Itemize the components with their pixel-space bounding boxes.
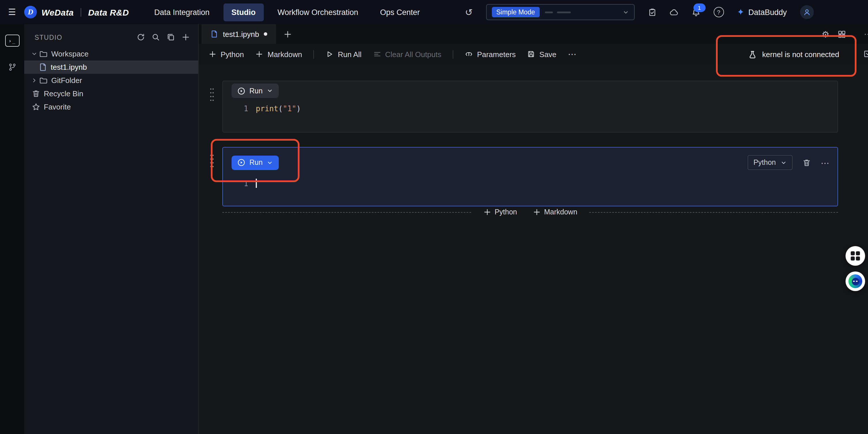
top-navigation-bar: ☰ D WeData Data R&D Data Integration Stu… [0, 0, 868, 24]
add-cell-bar: Python Markdown [222, 206, 838, 218]
sidebar-title: STUDIO [35, 34, 62, 40]
dashed-divider [590, 212, 838, 212]
code-line[interactable]: 1 [223, 179, 837, 188]
primary-nav: Data Integration Studio Workflow Orchest… [146, 0, 428, 24]
panel-toggle-icon[interactable] [863, 50, 868, 58]
chevron-right-icon[interactable] [31, 77, 37, 84]
nav-ops-center[interactable]: Ops Center [372, 3, 428, 21]
wedata-brand[interactable]: D WeData Data R&D [24, 6, 129, 19]
unsaved-dot [264, 32, 267, 36]
add-markdown-cell-button[interactable]: Markdown [529, 207, 581, 217]
kernel-status-text: kernel is not connected [762, 50, 839, 58]
refresh-icon[interactable] [136, 33, 145, 41]
chevron-down-icon[interactable] [31, 51, 37, 57]
databuddy-label: DataBuddy [748, 8, 787, 17]
hamburger-menu-icon[interactable]: ☰ [0, 7, 24, 17]
tree-item-gitfolder[interactable]: GitFolder [24, 74, 198, 87]
git-branch-icon[interactable] [8, 63, 17, 71]
cell2-language-select[interactable]: Python [748, 155, 793, 170]
copy-icon[interactable] [166, 33, 175, 41]
code-text: print("1") [256, 104, 301, 113]
add-python-button[interactable]: Python [209, 50, 244, 58]
tree-item-favorite[interactable]: Favorite [24, 100, 198, 114]
run-all-button[interactable]: Run All [326, 50, 362, 58]
tab-bar: test1.ipynb ⚙ ⋯ [198, 24, 868, 44]
nav-data-integration[interactable]: Data Integration [146, 3, 217, 21]
blurred-text [545, 11, 617, 13]
trash-icon [32, 89, 40, 98]
drag-handle-icon[interactable] [209, 87, 215, 102]
undo-icon[interactable]: ↺ [465, 7, 473, 18]
studio-sidebar: STUDIO Workspace [24, 24, 199, 434]
new-tab-button[interactable] [276, 24, 300, 44]
wedata-logo-icon: D [24, 6, 37, 19]
nav-workflow-orchestration[interactable]: Workflow Orchestration [270, 3, 366, 21]
notebook-toolbar: Python Markdown Run All Clear All Output… [198, 44, 868, 65]
folder-icon [39, 76, 48, 85]
line-number: 1 [223, 104, 248, 113]
tree-item-test1-ipynb[interactable]: test1.ipynb [24, 60, 198, 74]
file-tree: Workspace test1.ipynb GitFolder Recycle … [24, 47, 198, 114]
cell2-more-button[interactable]: ⋯ [821, 158, 829, 167]
tabbar-more-icon[interactable]: ⋯ [864, 29, 868, 39]
help-icon[interactable]: ? [713, 7, 724, 17]
databuddy-button[interactable]: ✦ DataBuddy [737, 7, 787, 17]
notebook-canvas: Run 1 print("1") Run [198, 64, 868, 434]
drag-handle-icon[interactable] [209, 153, 215, 168]
nav-studio[interactable]: Studio [223, 3, 264, 21]
tree-item-label: test1.ipynb [51, 63, 87, 71]
kernel-status[interactable]: kernel is not connected [748, 44, 839, 64]
parameters-button[interactable]: Parameters [465, 50, 516, 58]
notebook-cell-2[interactable]: Run Python ⋯ 1 [222, 147, 838, 206]
terminal-icon[interactable]: ›_ [5, 35, 19, 47]
folder-icon [39, 50, 48, 58]
user-avatar[interactable] [800, 5, 814, 19]
tree-item-label: Workspace [51, 50, 89, 58]
notification-badge: 1 [693, 3, 705, 12]
save-button[interactable]: Save [527, 50, 556, 58]
editor-area: test1.ipynb ⚙ ⋯ Python Markdown [198, 24, 868, 434]
cell1-run-button[interactable]: Run [231, 84, 279, 98]
tree-item-workspace[interactable]: Workspace [24, 47, 198, 60]
sparkle-icon: ✦ [737, 7, 744, 17]
code-line[interactable]: 1 print("1") [223, 104, 837, 113]
tree-item-label: Recycle Bin [44, 89, 83, 98]
dashed-divider [222, 212, 471, 212]
cloud-icon[interactable] [670, 8, 678, 17]
databuddy-float-button[interactable] [845, 271, 865, 291]
line-number: 1 [223, 179, 248, 187]
mode-chip: Simple Mode [492, 7, 539, 17]
add-icon[interactable] [181, 33, 190, 41]
add-markdown-button[interactable]: Markdown [255, 50, 302, 58]
activity-rail: ›_ [0, 24, 24, 434]
notebook-file-icon [210, 30, 218, 38]
notebook-file-icon [39, 63, 47, 71]
chevron-down-icon [622, 9, 629, 15]
cell2-run-button[interactable]: Run [231, 155, 279, 170]
delete-cell-icon[interactable] [802, 158, 811, 167]
databuddy-logo-icon [848, 274, 862, 288]
mode-select[interactable]: Simple Mode [486, 4, 634, 20]
settings-gear-icon[interactable]: ⚙ [822, 30, 829, 38]
quick-apps-button[interactable] [845, 246, 865, 266]
clear-all-outputs-button[interactable]: Clear All Outputs [373, 50, 441, 58]
layout-grid-icon[interactable] [837, 30, 846, 38]
toolbar-more-button[interactable]: ⋯ [568, 49, 577, 59]
notifications-button[interactable]: 1 [691, 8, 700, 17]
product-name: Data R&D [88, 7, 129, 17]
search-icon[interactable] [152, 33, 160, 41]
toolbar-divider [453, 50, 453, 58]
tree-item-recycle-bin[interactable]: Recycle Bin [24, 87, 198, 100]
star-icon [32, 103, 40, 111]
apps-grid-icon [851, 251, 860, 261]
tree-item-label: GitFolder [51, 76, 82, 85]
brand-name: WeData [41, 7, 74, 17]
tree-item-label: Favorite [44, 103, 71, 111]
wedata-studio-screen: ☰ D WeData Data R&D Data Integration Stu… [0, 0, 868, 434]
text-cursor [256, 179, 257, 188]
toolbar-divider [314, 50, 314, 58]
notebook-cell-1[interactable]: Run 1 print("1") [222, 81, 838, 133]
tab-test1-ipynb[interactable]: test1.ipynb [202, 24, 276, 44]
add-python-cell-button[interactable]: Python [479, 207, 520, 217]
tasks-icon[interactable] [648, 8, 656, 17]
